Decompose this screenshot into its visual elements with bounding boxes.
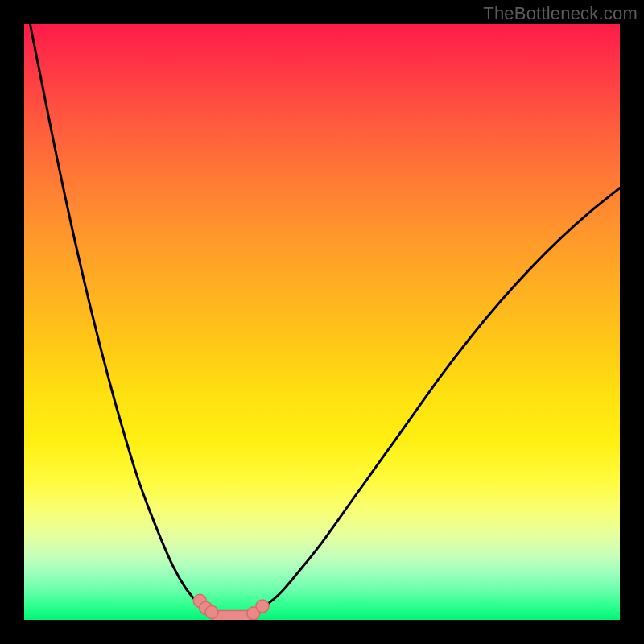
valley-marker-left	[205, 605, 218, 618]
curve-left-curve	[30, 24, 214, 616]
valley-marker-right	[256, 600, 269, 613]
plot-area	[24, 24, 620, 620]
chart-frame: TheBottleneck.com	[0, 0, 644, 644]
curve-layer	[24, 24, 620, 620]
curve-right-curve	[250, 188, 620, 616]
watermark-text: TheBottleneck.com	[483, 3, 638, 24]
